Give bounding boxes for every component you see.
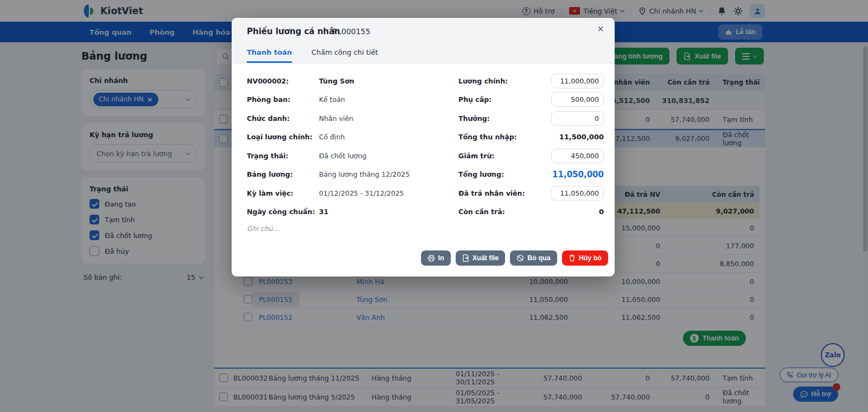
standard-days-value: 31 <box>319 208 328 216</box>
payslip-modal: Phiếu lương cá nhân PL000155 Thanh toán … <box>232 18 615 276</box>
cancel-label: Hủy bỏ <box>579 254 602 262</box>
salary-label: Phụ cấp: <box>458 95 492 104</box>
modal-body: NV000002:Tùng Sơn Phòng ban:Kế toán Chức… <box>232 63 615 276</box>
export-file-label: Xuất file <box>473 254 499 262</box>
bonus-input[interactable] <box>551 111 604 126</box>
info-label: Chức danh: <box>247 114 319 123</box>
job-title-value: Nhân viên <box>319 114 353 123</box>
work-period-value: 01/12/2025 - 31/12/2025 <box>319 189 404 197</box>
total-income-value: 11,500,000 <box>559 133 604 141</box>
modal-title: Phiếu lương cá nhân <box>247 27 340 36</box>
cancel-button[interactable]: Hủy bỏ <box>562 250 608 266</box>
salary-label: Tổng lương: <box>458 170 504 178</box>
tab-timesheet-detail[interactable]: Chấm công chi tiết <box>311 48 378 63</box>
info-label: NV000002: <box>247 77 319 85</box>
print-label: In <box>438 254 444 262</box>
print-button[interactable]: In <box>421 250 451 266</box>
info-label: Bảng lương: <box>247 170 319 178</box>
printer-icon <box>427 255 435 262</box>
salary-label: Lương chính: <box>458 77 508 85</box>
salary-label: Đã trả nhân viên: <box>458 189 525 197</box>
page: KiotViet Hỗ trợ Tiếng Việt Chi nhánh HN <box>0 0 868 412</box>
info-label: Ngày công chuẩn: <box>247 208 319 216</box>
modal-footer: In Xuất file Bỏ qua <box>421 250 608 266</box>
modal-header: Phiếu lương cá nhân PL000155 Thanh toán … <box>232 18 615 63</box>
salary-label: Tổng thu nhập: <box>458 133 517 141</box>
info-label: Trạng thái: <box>247 152 319 160</box>
tab-payment[interactable]: Thanh toán <box>247 48 292 63</box>
salary-column: Lương chính: Phụ cấp: Thưởng: Tổng thu n… <box>458 72 604 221</box>
salary-label: Giảm trừ: <box>458 152 494 160</box>
salary-label: Còn cần trả: <box>458 208 505 216</box>
remaining-value: 0 <box>599 208 604 216</box>
salary-label: Thưởng: <box>458 114 490 123</box>
export-file-icon <box>462 254 469 262</box>
ban-icon <box>516 254 524 262</box>
modal-tabs: Thanh toán Chấm công chi tiết <box>247 48 378 63</box>
payslip-code: PL000155 <box>333 27 371 36</box>
status-value: Đã chốt lương <box>319 152 367 160</box>
total-salary-value: 11,050,000 <box>552 170 604 179</box>
info-label: Phòng ban: <box>247 95 319 104</box>
payroll-name-value: Bảng lương tháng 12/2025 <box>319 170 410 178</box>
allowance-input[interactable] <box>551 92 604 107</box>
department-value: Kế toán <box>319 95 345 104</box>
info-label: Loại lương chính: <box>247 133 319 141</box>
salary-type-value: Cố định <box>319 133 345 141</box>
note-placeholder[interactable]: Ghi chú... <box>247 224 445 233</box>
employee-info-column: NV000002:Tùng Sơn Phòng ban:Kế toán Chức… <box>247 72 445 233</box>
skip-button[interactable]: Bỏ qua <box>510 250 557 266</box>
close-icon[interactable] <box>594 22 607 35</box>
paid-to-employee-input[interactable] <box>551 186 604 201</box>
export-file-button[interactable]: Xuất file <box>456 250 506 266</box>
skip-label: Bỏ qua <box>527 254 550 262</box>
trash-icon <box>569 254 576 262</box>
base-salary-input[interactable] <box>551 74 604 88</box>
deduction-input[interactable] <box>551 149 604 163</box>
info-label: Kỳ làm việc: <box>247 189 319 197</box>
employee-name: Tùng Sơn <box>319 77 354 85</box>
